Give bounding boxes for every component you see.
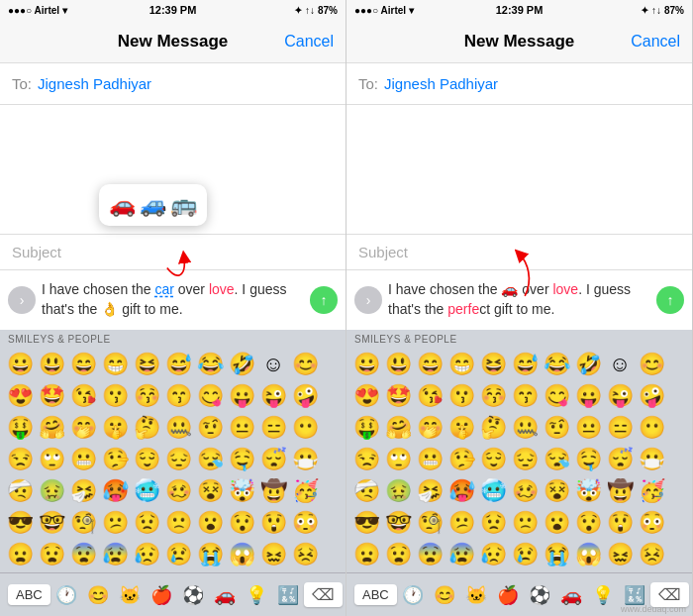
emoji-cell[interactable]: 😚 — [477, 380, 509, 412]
emoji-car2[interactable]: 🚙 — [140, 192, 166, 218]
emoji-cell[interactable]: 🤓 — [36, 507, 67, 539]
emoji-cell[interactable]: 😦 — [350, 539, 382, 570]
emoji-cell[interactable]: 😜 — [604, 380, 636, 412]
emoji-cell[interactable]: 🤢 — [36, 475, 67, 507]
emoji-cell[interactable]: ☺️ — [257, 349, 289, 380]
emoji-cell[interactable]: 🤯 — [572, 475, 604, 507]
emoji-cell[interactable]: ☺️ — [604, 349, 636, 380]
emoji-cell[interactable]: 😷 — [636, 444, 667, 475]
emoji-cell[interactable]: 😨 — [67, 539, 99, 570]
expand-button-left[interactable]: › — [8, 286, 36, 314]
delete-button-left[interactable]: ⌫ — [304, 582, 343, 607]
emoji-cell[interactable]: 😵 — [541, 475, 572, 507]
emoji-cell[interactable]: 🤩 — [36, 380, 67, 412]
emoji-cell[interactable]: 😗 — [99, 380, 131, 412]
emoji-cell[interactable]: 🤥 — [99, 444, 131, 475]
emoji-cell[interactable]: 🤠 — [257, 475, 289, 507]
food-icon-right[interactable]: 🍎 — [492, 580, 524, 610]
emoji-cell[interactable]: 😚 — [131, 380, 162, 412]
emoji-cell[interactable]: 😘 — [414, 380, 446, 412]
emoji-cell[interactable]: 😍 — [350, 380, 382, 412]
emoji-cell[interactable]: 😣 — [289, 539, 321, 570]
emoji-cell[interactable]: 😃 — [382, 349, 414, 380]
emoji-cell[interactable]: 😅 — [162, 349, 194, 380]
recent-icon-left[interactable]: 🕐 — [50, 580, 82, 610]
emoji-cell[interactable]: 😥 — [477, 539, 509, 570]
emoji-cell[interactable]: 😛 — [226, 380, 257, 412]
emoji-cell[interactable]: 😯 — [226, 507, 257, 539]
emoji-cell[interactable]: 🤫 — [99, 412, 131, 444]
emoji-cell[interactable]: 🤣 — [226, 349, 257, 380]
sport-icon-left[interactable]: ⚽ — [177, 580, 209, 610]
cancel-button-right[interactable]: Cancel — [631, 33, 680, 51]
emoji-cell[interactable]: 😵 — [194, 475, 226, 507]
emoji-cell[interactable]: 😬 — [67, 444, 99, 475]
emoji-cell[interactable]: 🙄 — [382, 444, 414, 475]
emoji-cell[interactable]: 😑 — [604, 412, 636, 444]
emoji-cell[interactable]: 😕 — [446, 507, 477, 539]
emoji-cell[interactable]: 😣 — [636, 539, 667, 570]
emoji-cell[interactable]: 🤧 — [67, 475, 99, 507]
emoji-cell[interactable]: 🤓 — [382, 507, 414, 539]
emoji-cell[interactable]: 😄 — [67, 349, 99, 380]
emoji-cell[interactable]: 🤭 — [414, 412, 446, 444]
emoji-cell[interactable]: 😆 — [131, 349, 162, 380]
emoji-cell[interactable]: 🥳 — [289, 475, 321, 507]
emoji-cell[interactable]: 😳 — [636, 507, 667, 539]
emoji-cell[interactable]: 😙 — [509, 380, 541, 412]
emoji-cell[interactable]: 😔 — [162, 444, 194, 475]
emoji-cell[interactable]: 🙄 — [36, 444, 67, 475]
recent-icon-right[interactable]: 🕐 — [397, 580, 429, 610]
emoji-cell[interactable]: 😐 — [226, 412, 257, 444]
emoji-cell[interactable]: 😲 — [257, 507, 289, 539]
emoji-cell[interactable]: 🤑 — [350, 412, 382, 444]
emoji-cell[interactable]: 😰 — [99, 539, 131, 570]
emoji-cell[interactable]: 😲 — [604, 507, 636, 539]
emoji-cell[interactable]: 😙 — [162, 380, 194, 412]
emoji-cell[interactable]: 🧐 — [67, 507, 99, 539]
emoji-cell[interactable]: 🤗 — [382, 412, 414, 444]
smiley-icon-left[interactable]: 😊 — [82, 580, 114, 610]
emoji-cell[interactable]: 🥳 — [636, 475, 667, 507]
emoji-cell[interactable]: 😦 — [4, 539, 36, 570]
expand-button-right[interactable]: › — [354, 286, 382, 314]
emoji-cell[interactable]: 🥴 — [509, 475, 541, 507]
emoji-cell[interactable]: 🤐 — [509, 412, 541, 444]
emoji-cell[interactable]: 😳 — [289, 507, 321, 539]
emoji-cell[interactable]: 😕 — [99, 507, 131, 539]
emoji-cell[interactable]: 😪 — [541, 444, 572, 475]
emoji-cell[interactable]: 😟 — [477, 507, 509, 539]
keyboard-switch-left[interactable]: ABC — [8, 584, 50, 605]
emoji-cell[interactable]: 😎 — [350, 507, 382, 539]
emoji-cell[interactable]: 😁 — [446, 349, 477, 380]
emoji-cell[interactable]: 😌 — [131, 444, 162, 475]
emoji-cell[interactable]: 😜 — [257, 380, 289, 412]
emoji-cell[interactable]: 🥴 — [162, 475, 194, 507]
send-button-left[interactable]: ↑ — [310, 286, 338, 314]
emoji-cell[interactable]: 🤭 — [67, 412, 99, 444]
message-text-right[interactable]: I have chosen the 🚗 over love. I guess t… — [388, 280, 650, 319]
emoji-cell[interactable]: 😷 — [289, 444, 321, 475]
subject-row-right[interactable]: Subject — [346, 235, 692, 270]
emoji-cell[interactable]: 😔 — [509, 444, 541, 475]
emoji-cell[interactable]: 🙁 — [509, 507, 541, 539]
send-button-right[interactable]: ↑ — [656, 286, 684, 314]
emoji-cell[interactable]: 😂 — [194, 349, 226, 380]
emoji-cell[interactable]: 🤕 — [4, 475, 36, 507]
emoji-cell[interactable]: 🤫 — [446, 412, 477, 444]
emoji-cell[interactable]: 😟 — [131, 507, 162, 539]
emoji-cell[interactable]: 😅 — [509, 349, 541, 380]
emoji-cell[interactable]: 🤤 — [226, 444, 257, 475]
emoji-cell[interactable]: 🤪 — [289, 380, 321, 412]
emoji-cell[interactable]: 😂 — [541, 349, 572, 380]
emoji-cell[interactable]: 😒 — [4, 444, 36, 475]
emoji-cell[interactable]: 😖 — [604, 539, 636, 570]
emoji-cell[interactable]: 🤑 — [4, 412, 36, 444]
emoji-cell[interactable]: 😘 — [67, 380, 99, 412]
emoji-cell[interactable]: 😢 — [162, 539, 194, 570]
emoji-cell[interactable]: 🤤 — [572, 444, 604, 475]
emoji-cell[interactable]: 🤕 — [350, 475, 382, 507]
emoji-cell[interactable]: 😐 — [572, 412, 604, 444]
travel-icon-left[interactable]: 🚗 — [209, 580, 241, 610]
travel-icon-right[interactable]: 🚗 — [555, 580, 587, 610]
